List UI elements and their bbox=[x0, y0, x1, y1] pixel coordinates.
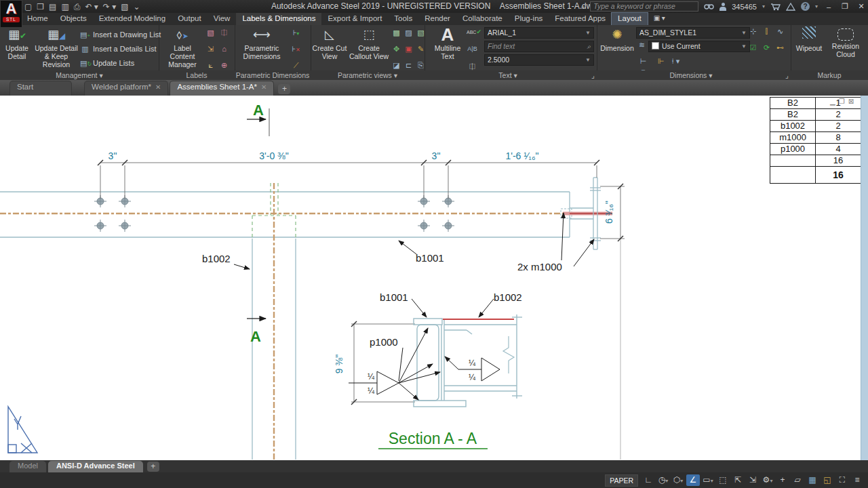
dim-style-select[interactable]: AS_DIM_STYLE1▼ bbox=[636, 27, 750, 39]
tab-home[interactable]: Home bbox=[21, 13, 54, 25]
search-binoculars-icon[interactable] bbox=[704, 3, 714, 10]
label-leader-icon[interactable]: ⇲ bbox=[205, 44, 216, 54]
find-text-input[interactable]: Find text⌕ bbox=[484, 41, 594, 52]
clean-screen-icon[interactable]: ⛶ bbox=[835, 474, 849, 486]
help-caret-icon[interactable]: ▾ bbox=[815, 3, 818, 9]
panel-label-labels[interactable]: Labels bbox=[159, 70, 235, 80]
app-store-cart-icon[interactable] bbox=[770, 3, 781, 11]
graphics-performance-icon[interactable]: ▦ bbox=[806, 474, 819, 486]
user-account-icon[interactable] bbox=[719, 3, 726, 11]
panel-label-parametric-views[interactable]: Parametric views ▾ bbox=[311, 70, 425, 80]
view-update-icon[interactable]: ▩ bbox=[391, 28, 402, 38]
label-bolt-icon[interactable]: ⊕ bbox=[218, 60, 230, 70]
label-frame-icon[interactable]: ⎅ bbox=[218, 28, 230, 38]
dim-linear-icon[interactable]: ⊢ ▾ bbox=[637, 56, 649, 66]
autodesk-exchange-icon[interactable] bbox=[786, 3, 795, 11]
parametric-dimensions-button[interactable]: ⟷ Parametric Dimensions bbox=[240, 26, 283, 60]
tab-featured-apps[interactable]: Featured Apps bbox=[549, 13, 612, 25]
text-align-icon[interactable]: A|B bbox=[467, 44, 478, 54]
text-style-select[interactable]: ARIAL_1▼ bbox=[484, 27, 594, 39]
tab-plug-ins[interactable]: Plug-ins bbox=[509, 13, 549, 25]
dim-add-icon[interactable]: ⊦▾ bbox=[290, 28, 302, 38]
infocenter-search-input[interactable]: Type a keyword or phrase bbox=[590, 1, 698, 12]
help-icon[interactable]: ? bbox=[801, 2, 810, 11]
label-b1001-plan[interactable]: b1001 bbox=[399, 241, 444, 264]
paper-space-button[interactable]: PAPER bbox=[605, 474, 638, 487]
revision-cloud-button[interactable]: Revision Cloud bbox=[827, 26, 864, 58]
label-b1002-plan[interactable]: b1002 bbox=[202, 253, 250, 269]
dim-quick-icon[interactable]: ⊩ bbox=[655, 56, 667, 66]
ortho-mode-icon[interactable]: ∟ bbox=[642, 474, 655, 486]
minimize-button[interactable]: – bbox=[823, 3, 834, 11]
doc-minimize-icon[interactable]: ▁ bbox=[830, 98, 835, 105]
annotation-scale-icon[interactable]: ▱ bbox=[791, 474, 804, 486]
dim-delete-icon[interactable]: ⊦✕ bbox=[290, 44, 302, 54]
find-text-icon[interactable]: ⌕ bbox=[587, 41, 591, 52]
tab-render[interactable]: Render bbox=[418, 13, 456, 25]
wipeout-button[interactable]: Wipeout bbox=[793, 26, 825, 52]
dim-continue-icon[interactable]: ⍿ ▾ bbox=[670, 56, 682, 66]
workspace-switching-icon[interactable]: ⚙▾ bbox=[761, 474, 774, 486]
insert-details-list-button[interactable]: ▥ Insert a Details List bbox=[80, 42, 159, 55]
dim-check-icon[interactable]: ☑ bbox=[747, 43, 759, 53]
create-cut-view-button[interactable]: ◺ Create Cut View bbox=[312, 26, 347, 60]
beam-b1002-plan[interactable] bbox=[252, 239, 296, 460]
isometric-drafting-icon[interactable]: ⬡▾ bbox=[671, 474, 685, 486]
customization-icon[interactable]: + bbox=[776, 474, 789, 486]
tab-model[interactable]: Model bbox=[9, 461, 46, 472]
dim-break-icon[interactable]: ⊹ bbox=[747, 26, 759, 37]
doc-restore-icon[interactable]: ❐ bbox=[839, 98, 845, 105]
dim-layer-select[interactable]: Use Current▼ bbox=[648, 41, 750, 52]
dim-spacing-icon[interactable]: ⫿ bbox=[761, 26, 772, 37]
beam-b1001-plan[interactable] bbox=[0, 192, 593, 237]
update-detail-button[interactable]: ▦✔ Update Detail bbox=[1, 26, 33, 60]
label-2x-m1000[interactable]: 2x m1000 bbox=[517, 213, 594, 272]
dim-edit-icon[interactable]: ⟋ bbox=[290, 60, 302, 70]
new-doc-tab-button[interactable]: + bbox=[278, 84, 290, 94]
dim-update-icon[interactable]: ⟳ bbox=[761, 43, 772, 53]
panel-label-dimensions[interactable]: Dimensions ▾ ⌟ bbox=[597, 70, 791, 80]
label-p1000-section[interactable]: p1000 bbox=[370, 336, 403, 381]
update-lists-button[interactable]: ▤↻ Update Lists bbox=[80, 56, 159, 69]
user-id[interactable]: 345465 bbox=[732, 3, 757, 11]
autoscale-icon[interactable]: ⇲ bbox=[746, 474, 760, 486]
close-button[interactable]: ✕ bbox=[856, 2, 867, 11]
doc-close-icon[interactable]: ⊠ bbox=[848, 98, 854, 105]
create-callout-view-button[interactable]: ⬚ Create Callout View bbox=[349, 26, 389, 60]
selection-cycling-icon[interactable]: ⬚ bbox=[716, 474, 730, 486]
ribbon-display-toggle-icon[interactable]: ▣ ▾ bbox=[648, 13, 671, 25]
panel-label-management[interactable]: Management ▾ bbox=[0, 70, 159, 80]
tab-extended-modeling[interactable]: Extended Modeling bbox=[93, 13, 172, 25]
doc-tab-start[interactable]: Start bbox=[9, 81, 72, 96]
label-content-manager-button[interactable]: ⬨➤ Label Content Manager bbox=[161, 26, 203, 68]
section-marker-bottom[interactable]: A bbox=[247, 319, 266, 345]
tab-objects[interactable]: Objects bbox=[54, 13, 93, 25]
label-weld-icon[interactable]: ⌂ bbox=[218, 44, 230, 54]
vertical-scrollbar[interactable] bbox=[861, 96, 868, 460]
dim-jogged-icon[interactable]: ∿ bbox=[774, 26, 786, 37]
dimension-button[interactable]: ✺ Dimension bbox=[599, 26, 635, 52]
tab-ansi-d-advance-steel[interactable]: ANSI-D Advance Steel bbox=[48, 461, 143, 472]
dimensions-dialog-launcher-icon[interactable]: ⌟ bbox=[785, 70, 789, 80]
label-b1002-section[interactable]: b1002 bbox=[479, 291, 522, 317]
tab-output[interactable]: Output bbox=[172, 13, 208, 25]
view-scale-icon[interactable]: ▨ bbox=[403, 28, 414, 38]
new-layout-button[interactable]: + bbox=[147, 462, 159, 472]
section-view[interactable]: 9 ⅜" ¼ ¼ bbox=[334, 291, 522, 449]
tab-tools[interactable]: Tools bbox=[388, 13, 418, 25]
label-level-icon[interactable]: ⟀ bbox=[205, 60, 216, 70]
restore-button[interactable]: ❐ bbox=[840, 2, 850, 11]
tab-labels-dimensions[interactable]: Labels & Dimensions bbox=[236, 13, 321, 25]
annotation-visibility-icon[interactable]: ⇱ bbox=[731, 474, 745, 486]
view-delete-icon[interactable]: ▣ bbox=[403, 44, 414, 54]
plate-height-dimension[interactable]: 6 ³⁄₁₆" bbox=[600, 184, 625, 460]
view-label-icon[interactable]: ⊏ bbox=[403, 60, 414, 70]
spell-check-icon[interactable]: ABC✔ bbox=[467, 26, 478, 37]
polar-tracking-icon[interactable]: ◷▾ bbox=[656, 474, 670, 486]
drawing-canvas[interactable]: 3" 3'-0 ⅜" 3" 1'-6 ¹⁄₁₆" 6 ³⁄₁₆" A A b10… bbox=[0, 96, 868, 460]
text-dialog-launcher-icon[interactable]: ⌟ bbox=[591, 70, 595, 80]
doc-tab-assemblies-sheet[interactable]: Assemblies Sheet 1-A*✕ bbox=[170, 81, 274, 96]
section-marker-top[interactable]: A bbox=[247, 102, 269, 136]
advance-steel-logo[interactable]: A STL bbox=[0, 0, 22, 28]
panel-label-text[interactable]: Text ▾ ⌟ bbox=[425, 70, 597, 80]
